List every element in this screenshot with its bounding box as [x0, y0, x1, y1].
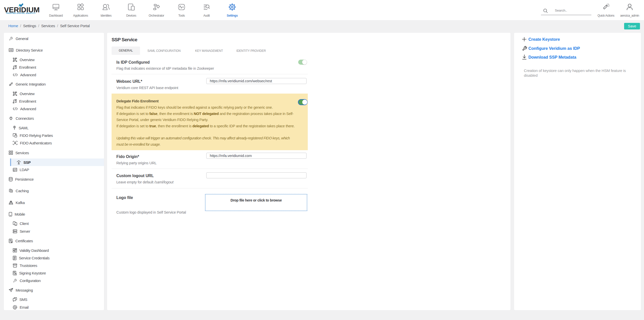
svg-text:AD: AD	[10, 49, 13, 51]
